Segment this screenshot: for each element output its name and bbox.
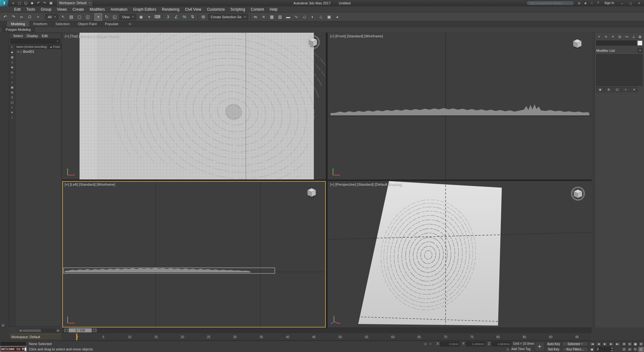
utilities-tab[interactable]: ⊥ — [630, 34, 637, 39]
viewcube[interactable] — [304, 185, 319, 201]
expand-panel-button[interactable]: ▸ — [1, 323, 5, 327]
play-icon[interactable]: ▶ — [602, 342, 608, 346]
open-file-icon[interactable]: ◱ — [23, 0, 29, 6]
close-button[interactable]: × — [635, 0, 643, 6]
scroll-right-icon[interactable]: ▶ — [56, 329, 60, 332]
schematic-view-icon[interactable]: ◇ — [301, 13, 308, 21]
pin-stack-icon[interactable]: ◉ — [596, 87, 604, 92]
edit-named-selection-sets-icon[interactable]: ⊞ — [199, 13, 207, 21]
go-to-start-icon[interactable]: |◀ — [589, 342, 595, 346]
display-bones-icon[interactable]: § — [10, 95, 15, 100]
current-frame-field[interactable]: 0 — [595, 347, 610, 352]
viewport-front-canvas[interactable] — [328, 33, 591, 179]
app-logo-icon[interactable]: 3 — [0, 0, 8, 6]
set-key-button[interactable]: Set Key — [546, 347, 561, 352]
modify-tab[interactable]: ∿ — [603, 34, 609, 39]
redo-icon[interactable]: ↷ — [42, 0, 48, 6]
workspace-selector[interactable]: Workspace: Default ▾ — [57, 1, 92, 6]
motion-tab[interactable]: ◎ — [617, 34, 623, 39]
reference-coordinate-dropdown[interactable]: View ▾ — [119, 14, 136, 20]
favorites-icon[interactable]: ☆ — [589, 1, 594, 5]
polygon-modeling-panel[interactable]: Polygon Modeling — [2, 27, 35, 32]
search-icon[interactable]: ◍ — [637, 34, 643, 39]
ribbon-tab[interactable]: Freeform — [29, 21, 52, 27]
y-coordinate-field[interactable]: 2.408mm — [466, 342, 486, 346]
display-groups-icon[interactable]: ▣ — [10, 85, 15, 90]
display-shapes-icon[interactable]: ◇ — [10, 60, 15, 64]
display-helpers-icon[interactable]: + — [10, 75, 15, 80]
menu-item[interactable]: Group — [38, 6, 54, 13]
next-frame-icon[interactable]: ▶ — [608, 342, 614, 346]
scroll-left-icon[interactable]: ◀ — [19, 329, 22, 332]
select-and-scale-icon[interactable]: ◱ — [111, 13, 119, 21]
filter-icon[interactable]: ▼ — [10, 110, 15, 115]
explorer-menu-item[interactable]: Select — [12, 34, 25, 38]
menu-item[interactable]: Modifiers — [87, 6, 108, 13]
zoom-icon[interactable]: ⊕ — [621, 342, 627, 346]
spinner-snap-icon[interactable]: ⇅ — [189, 13, 197, 21]
go-to-end-icon[interactable]: ▶| — [614, 342, 620, 346]
column-header-name[interactable]: Name (Sorted Ascending) — [15, 45, 49, 48]
next-frame-nudge[interactable]: ▶ — [92, 328, 97, 333]
list-item[interactable]: ● ▢ Box001 — [15, 49, 61, 54]
object-color-swatch[interactable] — [637, 41, 642, 46]
key-filters-button[interactable]: Key Filters... — [562, 347, 588, 352]
explorer-search-input[interactable] — [11, 40, 55, 43]
show-end-result-icon[interactable]: ≣ — [605, 87, 613, 92]
menu-item[interactable]: Civil View — [182, 6, 204, 13]
absolute-mode-toggle-icon[interactable]: + — [430, 342, 431, 346]
selection-lock-icon[interactable]: ⊙ — [424, 342, 426, 346]
explorer-horizontal-scrollbar[interactable]: ◀ ▶ — [18, 329, 60, 333]
use-pivot-point-center-icon[interactable]: ◉ — [137, 13, 145, 21]
select-object-icon[interactable]: ↖ — [59, 13, 67, 21]
select-and-manipulate-icon[interactable]: ⌖ — [145, 13, 153, 21]
menu-item[interactable]: Graph Editors — [130, 6, 159, 13]
selection-set-dropdown[interactable]: Selected ▾ — [562, 342, 588, 346]
curve-editor-icon[interactable]: ∿ — [292, 13, 300, 21]
redo-icon[interactable]: ↷ — [9, 13, 17, 21]
toggle-scene-explorer-icon[interactable]: ▦ — [268, 13, 276, 21]
ribbon-options-icon[interactable]: ▾ — [127, 22, 133, 26]
display-lights-icon[interactable]: ◉ — [10, 65, 15, 69]
display-tab[interactable]: ▭ — [624, 34, 630, 39]
sign-in-button[interactable]: Sign In — [603, 1, 615, 5]
help-icon[interactable]: ? — [596, 1, 601, 5]
display-containers-icon[interactable]: ◰ — [10, 100, 15, 105]
zoom-region-icon[interactable]: ⊡ — [621, 347, 627, 352]
project-folder-icon[interactable]: ▣ — [48, 0, 54, 6]
align-icon[interactable]: ≡ — [260, 13, 268, 21]
make-unique-icon[interactable]: ◫ — [613, 87, 621, 92]
key-mode-toggle-icon[interactable]: ◆ — [589, 347, 595, 352]
chevron-down-icon[interactable]: ▾ — [638, 48, 642, 53]
menu-item[interactable]: Content — [248, 6, 267, 13]
menu-item[interactable]: Customize — [204, 6, 228, 13]
help-search-input[interactable] — [526, 1, 574, 5]
rendered-frame-window-icon[interactable]: ▣ — [325, 13, 333, 21]
select-and-move-icon[interactable]: + — [94, 13, 102, 21]
viewport-top[interactable]: [+] [Top] [Standard] [Edged Faces] — [62, 33, 326, 179]
display-spacewarps-icon[interactable]: ≈ — [10, 80, 15, 85]
modifier-stack[interactable] — [596, 54, 642, 86]
select-by-name-icon[interactable]: ▤ — [67, 13, 75, 21]
snaps-toggle-icon[interactable]: 3 — [164, 13, 172, 21]
display-cameras-icon[interactable]: ◎ — [10, 70, 15, 74]
find-icon[interactable]: ○ — [10, 115, 15, 120]
ribbon-tab[interactable]: Modeling — [7, 21, 29, 27]
auto-key-button[interactable]: Auto Key — [546, 342, 561, 346]
window-crossing-icon[interactable]: ◫ — [84, 13, 92, 21]
viewcube[interactable] — [571, 187, 585, 202]
menu-item[interactable]: Animation — [108, 6, 130, 13]
viewport-top-canvas[interactable] — [62, 33, 326, 179]
ribbon-tab[interactable]: Selection — [51, 21, 74, 27]
z-coordinate-field[interactable]: 4.893mm — [492, 342, 511, 346]
maxscript-mini-listener[interactable]: Welcome to M — [0, 346, 26, 352]
render-production-icon[interactable]: ◕ — [333, 13, 341, 21]
material-editor-icon[interactable]: ◐ — [309, 13, 317, 21]
zoom-extents-all-icon[interactable]: ⊞ — [638, 342, 644, 346]
column-header-frozen[interactable]: ▲ Froze — [49, 45, 61, 48]
menu-item[interactable]: Views — [54, 6, 70, 13]
track-bar[interactable]: 0510152025303540455055606570758085909510… — [62, 333, 591, 341]
zoom-all-icon[interactable]: ⊚ — [627, 342, 632, 346]
hierarchy-tab[interactable]: ≡ — [610, 34, 616, 39]
viewport-perspective[interactable]: [+] [Perspective] [Standard] [Default Sh… — [328, 181, 591, 327]
